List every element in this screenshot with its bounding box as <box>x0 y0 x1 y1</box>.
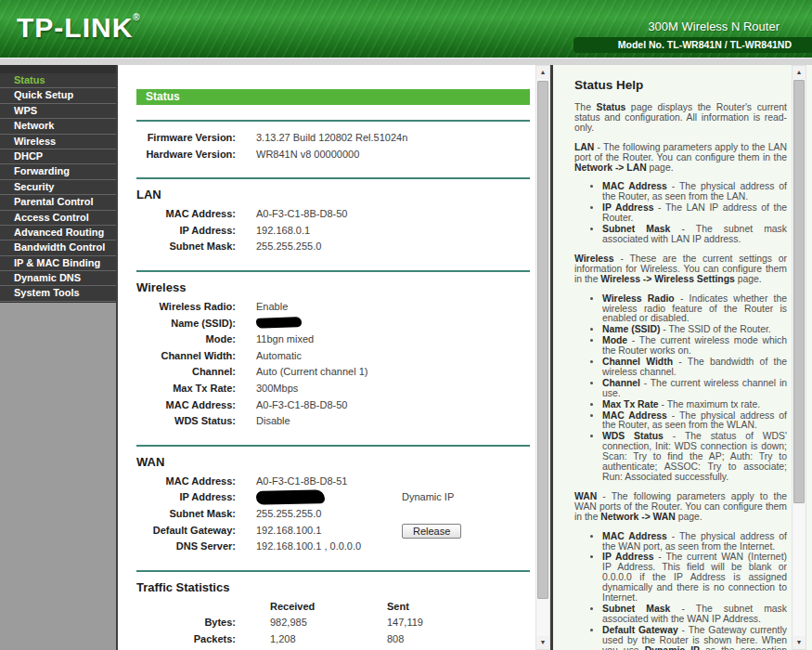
field-value: 192.168.0.1 <box>256 225 310 236</box>
sidebar-item-dhcp[interactable]: DHCP <box>0 150 116 164</box>
field-label: Subnet Mask: <box>136 239 236 255</box>
sidebar-item-quick-setup[interactable]: Quick Setup <box>0 88 116 103</box>
help-list-item: WDS Status - The status of WDS' connecti… <box>602 432 787 483</box>
field-value: 192.168.100.1 , 0.0.0.0 <box>256 540 361 552</box>
field-label: Bytes: <box>136 615 236 631</box>
help-panel: Status Help The Status page displays the… <box>553 65 812 650</box>
status-field-row: Channel Width:Automatic <box>136 348 535 365</box>
sidebar-item-parental-control[interactable]: Parental Control <box>0 195 116 210</box>
scroll-down-icon[interactable]: ▼ <box>536 636 549 649</box>
status-field-row: Firmware Version:3.13.27 Build 120802 Re… <box>136 130 535 147</box>
status-field-row: Default Gateway:192.168.100.1Release <box>136 523 535 540</box>
field-value: Enable <box>256 301 288 312</box>
help-list-item: MAC Address - The physical address of th… <box>602 411 787 432</box>
section-wireless: WirelessWireless Radio:EnableName (SSID)… <box>136 280 535 430</box>
traffic-received-value: 1,208 <box>270 631 296 648</box>
scrollbar-thumb[interactable] <box>793 80 805 503</box>
field-label: Packets: <box>136 631 236 648</box>
traffic-data-row: Bytes:982,985147,119 <box>136 615 535 631</box>
section-divider <box>136 270 530 272</box>
field-value: 192.168.100.1 <box>256 525 321 536</box>
help-list-item: Subnet Mask - The subnet mask associated… <box>602 604 787 625</box>
field-label: Channel Width: <box>136 348 236 365</box>
sidebar-item-ip-mac-binding[interactable]: IP & MAC Binding <box>0 256 116 271</box>
help-list-item: MAC Address - The physical address of th… <box>602 182 787 202</box>
section-rows: ReceivedSentBytes:982,985147,119Packets:… <box>136 599 535 648</box>
field-label: Channel: <box>136 364 236 381</box>
field-label: DNS Server: <box>136 539 236 555</box>
field-label: IP Address: <box>136 489 236 506</box>
field-label: Name (SSID): <box>136 316 236 332</box>
sidebar-item-forwarding[interactable]: Forwarding <box>0 164 116 179</box>
redacted-value <box>256 489 325 505</box>
sidebar-item-bandwidth-control[interactable]: Bandwidth Control <box>0 240 116 255</box>
section-title: Wireless <box>136 280 535 294</box>
product-name: 300M Wireless N Router <box>648 20 780 33</box>
help-paragraph: The Status page displays the Router's cu… <box>574 103 787 134</box>
field-label: Wireless Radio: <box>136 299 236 316</box>
status-field-row: MAC Address:A0-F3-C1-8B-D8-50 <box>136 206 535 223</box>
status-field-row: IP Address:Dynamic IP <box>136 489 535 506</box>
field-label: MAC Address: <box>136 474 236 490</box>
section-wan: WANMAC Address:A0-F3-C1-8B-D8-51IP Addre… <box>136 455 535 555</box>
main-content: Status Firmware Version:3.13.27 Build 12… <box>120 65 535 650</box>
status-field-row: Subnet Mask:255.255.255.0 <box>136 239 535 255</box>
field-value: A0-F3-C1-8B-D8-51 <box>256 475 347 487</box>
traffic-header-row: ReceivedSent <box>136 599 535 616</box>
model-number: Model No. TL-WR841N / TL-WR841ND <box>574 37 812 53</box>
router-admin-page: TP-LINK® 300M Wireless N Router Model No… <box>0 0 812 650</box>
help-list-item: Max Tx Rate - The maximum tx rate. <box>602 400 787 410</box>
sidebar-item-access-control[interactable]: Access Control <box>0 211 116 226</box>
field-label: Subnet Mask: <box>136 506 236 523</box>
help-list-item: IP Address - The LAN IP address of the R… <box>602 203 787 224</box>
help-paragraph: WAN - The following parameters apply to … <box>574 492 787 523</box>
help-list-item: Name (SSID) - The SSID of the Router. <box>602 325 787 335</box>
status-field-row: Hardware Version:WR841N v8 00000000 <box>136 147 535 163</box>
field-value: 300Mbps <box>256 383 298 394</box>
field-value: 3.13.27 Build 120802 Rel.51024n <box>256 132 407 143</box>
sidebar-item-system-tools[interactable]: System Tools <box>0 286 116 301</box>
header: TP-LINK® 300M Wireless N Router Model No… <box>0 0 812 58</box>
traffic-col-received: Received <box>270 599 315 616</box>
field-value: Automatic <box>256 350 302 361</box>
status-field-row: WDS Status:Disable <box>136 413 535 430</box>
field-label: IP Address: <box>136 223 236 240</box>
sidebar-item-wireless[interactable]: Wireless <box>0 135 116 150</box>
field-label: Mode: <box>136 332 236 348</box>
field-label: Hardware Version: <box>136 147 236 163</box>
section-title: WAN <box>136 455 535 469</box>
sidebar-item-security[interactable]: Security <box>0 180 116 195</box>
status-field-row: Mode:11bgn mixed <box>136 332 535 348</box>
section-versions: Firmware Version:3.13.27 Build 120802 Re… <box>136 130 535 162</box>
main-scrollbar[interactable]: ▲ ▼ <box>535 65 550 650</box>
status-field-row: Subnet Mask:255.255.255.0 <box>136 506 535 523</box>
wan-connection-type: Dynamic IP <box>402 489 454 506</box>
sidebar-item-wps[interactable]: WPS <box>0 104 116 119</box>
field-value: WR841N v8 00000000 <box>256 149 359 160</box>
field-value: 255.255.255.0 <box>256 508 321 519</box>
section-divider <box>136 177 530 179</box>
help-scrollbar[interactable]: ▲ ▼ <box>792 65 806 650</box>
scroll-up-icon[interactable]: ▲ <box>536 66 549 79</box>
sidebar-item-advanced-routing[interactable]: Advanced Routing <box>0 226 116 240</box>
sidebar-item-status[interactable]: Status <box>0 73 116 88</box>
status-field-row: IP Address:192.168.0.1 <box>136 223 535 240</box>
scroll-down-icon[interactable]: ▼ <box>793 636 806 649</box>
sidebar-item-dynamic-dns[interactable]: Dynamic DNS <box>0 271 116 286</box>
traffic-col-sent: Sent <box>387 599 409 616</box>
field-label: Default Gateway: <box>136 523 236 540</box>
page-title-bar: Status <box>136 89 530 105</box>
field-label: Firmware Version: <box>136 130 236 147</box>
section-rows: MAC Address:A0-F3-C1-8B-D8-51IP Address:… <box>136 474 535 555</box>
help-list-item: Mode - The current wireless mode which t… <box>602 336 787 357</box>
section-rows: MAC Address:A0-F3-C1-8B-D8-50IP Address:… <box>136 206 535 255</box>
status-field-row: Wireless Radio:Enable <box>136 299 535 316</box>
scroll-up-icon[interactable]: ▲ <box>793 66 806 79</box>
help-paragraph: LAN - The following parameters apply to … <box>574 143 787 174</box>
field-value: Auto (Current channel 1) <box>256 366 367 377</box>
release-button[interactable]: Release <box>402 524 461 539</box>
field-value: 255.255.255.0 <box>256 240 321 252</box>
sidebar-item-network[interactable]: Network <box>0 119 116 134</box>
scrollbar-thumb[interactable] <box>537 81 548 599</box>
header-separator <box>0 58 812 65</box>
